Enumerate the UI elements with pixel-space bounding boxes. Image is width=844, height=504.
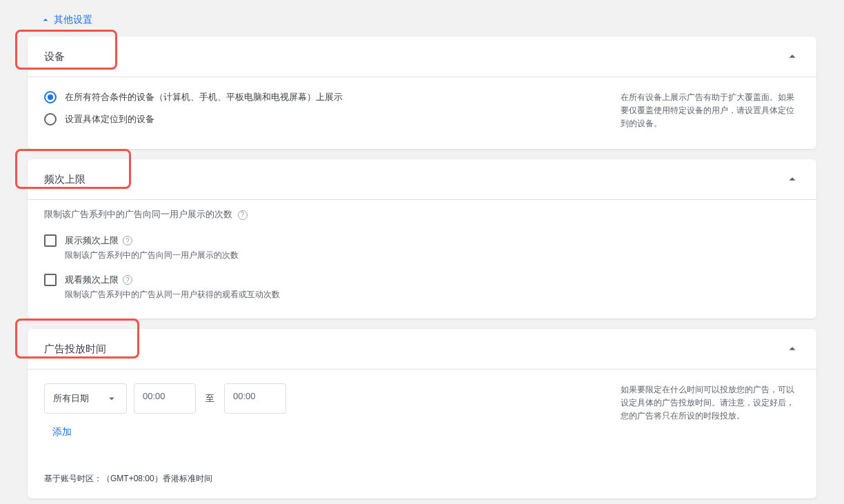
checkbox-unchecked-icon	[44, 234, 57, 247]
device-option-specific[interactable]: 设置具体定位到的设备	[44, 113, 607, 125]
add-schedule-button[interactable]: 添加	[52, 426, 72, 439]
devices-card-header[interactable]: 设备	[28, 37, 816, 77]
frequency-card-header[interactable]: 频次上限	[28, 159, 816, 200]
start-time-value: 00:00	[143, 391, 165, 401]
end-time-input[interactable]: 00:00	[224, 383, 286, 414]
frequency-intro-text: 限制该广告系列中的广告向同一用户展示的次数	[44, 209, 232, 219]
impression-cap-option[interactable]: 展示频次上限 ? 限制该广告系列中的广告向同一用户展示的次数	[44, 234, 800, 261]
chevron-up-icon	[785, 172, 800, 187]
more-settings-toggle[interactable]: 其他设置	[40, 14, 92, 26]
devices-card: 设备 在所有符合条件的设备（计算机、手机、平板电脑和电视屏幕）上展示 设置具体定…	[28, 37, 816, 149]
help-icon[interactable]: ?	[238, 210, 248, 220]
chevron-up-icon	[785, 341, 800, 356]
schedule-card: 广告投放时间 所有日期 00:00 至 00:00	[28, 329, 816, 498]
end-time-value: 00:00	[233, 391, 256, 401]
schedule-title: 广告投放时间	[44, 343, 106, 356]
checkbox-unchecked-icon	[44, 274, 57, 286]
devices-title: 设备	[44, 50, 65, 63]
timezone-note: 基于账号时区：（GMT+08:00）香港标准时间	[28, 473, 816, 498]
schedule-card-header[interactable]: 广告投放时间	[28, 329, 816, 370]
help-icon[interactable]: ?	[123, 236, 132, 245]
help-icon[interactable]: ?	[123, 275, 132, 285]
device-option-all-label: 在所有符合条件的设备（计算机、手机、平板电脑和电视屏幕）上展示	[65, 91, 343, 103]
impression-cap-desc: 限制该广告系列中的广告向同一用户展示的次数	[65, 250, 800, 261]
devices-help-text: 在所有设备上展示广告有助于扩大覆盖面。如果要仅覆盖使用特定设备的用户，请设置具体…	[607, 91, 800, 135]
frequency-card: 频次上限 限制该广告系列中的广告向同一用户展示的次数 ? 展示频次上限 ? 限制…	[28, 159, 816, 319]
highlight-annotation	[15, 30, 117, 70]
view-cap-desc: 限制该广告系列中的广告从同一用户获得的观看或互动次数	[65, 289, 800, 301]
day-select[interactable]: 所有日期	[44, 383, 127, 414]
frequency-title: 频次上限	[44, 173, 86, 186]
device-option-specific-label: 设置具体定位到的设备	[65, 113, 154, 125]
view-cap-label: 观看频次上限	[65, 274, 119, 286]
more-settings-label: 其他设置	[54, 14, 92, 26]
view-cap-option[interactable]: 观看频次上限 ? 限制该广告系列中的广告从同一用户获得的观看或互动次数	[44, 274, 800, 301]
chevron-up-icon	[40, 14, 51, 26]
chevron-up-icon	[785, 49, 800, 64]
start-time-input[interactable]: 00:00	[134, 383, 196, 414]
device-option-all[interactable]: 在所有符合条件的设备（计算机、手机、平板电脑和电视屏幕）上展示	[44, 91, 607, 103]
radio-unselected-icon	[44, 113, 57, 125]
day-select-value: 所有日期	[53, 392, 89, 405]
impression-cap-label: 展示频次上限	[65, 234, 119, 247]
dropdown-arrow-icon	[106, 392, 118, 405]
radio-selected-icon	[44, 91, 57, 103]
schedule-help-text: 如果要限定在什么时间可以投放您的广告，可以设定具体的广告投放时间。请注意，设定好…	[607, 383, 800, 459]
time-separator: 至	[203, 392, 217, 405]
